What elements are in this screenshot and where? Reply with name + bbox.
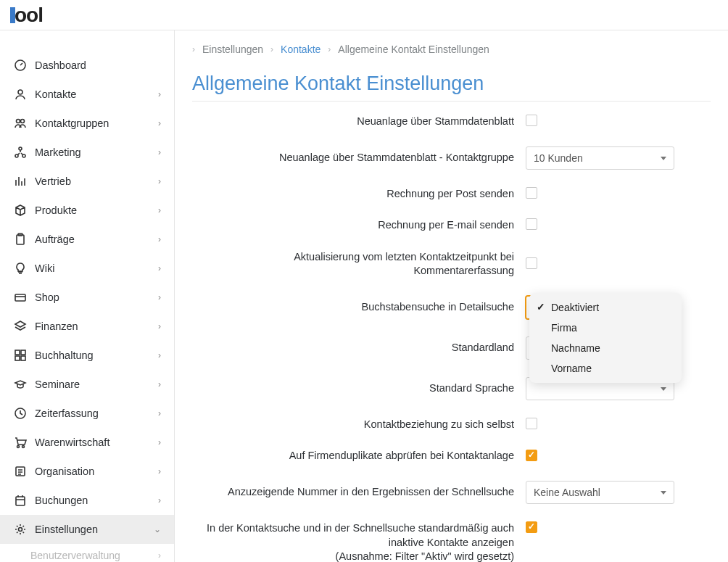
svg-rect-18 — [16, 497, 25, 505]
sidebar-subitem-benutzerverwaltung[interactable]: Benutzerverwaltung› — [0, 544, 174, 562]
sidebar-item-label: Shop — [35, 292, 158, 303]
field-label: In der Kontaktsuche und in der Schnellsu… — [192, 521, 526, 562]
list-icon — [13, 464, 28, 479]
field-label: Neuanlage über Stammdatenblatt - Kontakt… — [192, 151, 526, 165]
svg-rect-9 — [15, 294, 25, 301]
sidebar-item-label: Finanzen — [35, 321, 158, 332]
sidebar-item-dashboard[interactable]: Dashboard — [0, 51, 174, 80]
bars-icon — [13, 174, 28, 189]
select-nummer-schnellsuche[interactable]: Keine Auswahl — [526, 481, 674, 504]
network-icon — [13, 145, 28, 160]
chevron-right-icon: › — [158, 234, 161, 244]
svg-rect-11 — [21, 350, 25, 355]
chevron-right-icon: › — [158, 379, 161, 389]
sidebar-item-marketing[interactable]: Marketing› — [0, 138, 174, 167]
sidebar-item-label: Buchhaltung — [35, 350, 158, 361]
svg-rect-12 — [15, 356, 20, 360]
sidebar-item-buchungen[interactable]: Buchungen› — [0, 486, 174, 515]
layers-icon — [13, 319, 28, 334]
field-label: Standardland — [192, 341, 526, 355]
bulb-icon — [13, 261, 28, 276]
svg-rect-13 — [21, 356, 25, 360]
breadcrumb-item[interactable]: Kontakte — [281, 44, 320, 55]
dropdown-buchstabensuche: Deaktiviert Firma Nachname Vorname — [529, 293, 682, 383]
svg-point-16 — [22, 446, 25, 448]
sidebar-item-label: Seminare — [35, 379, 158, 390]
chevron-right-icon: › — [158, 147, 161, 157]
cap-icon — [13, 377, 28, 392]
cart-icon — [13, 435, 28, 450]
chevron-right-icon: › — [158, 466, 161, 476]
clock-icon — [13, 406, 28, 421]
chevron-right-icon: › — [158, 550, 161, 561]
sidebar-item-produkte[interactable]: Produkte› — [0, 196, 174, 225]
app-header: ool — [0, 0, 728, 30]
dropdown-option[interactable]: Firma — [529, 318, 682, 338]
checkbox-rechnung-post[interactable] — [526, 187, 537, 199]
field-label: Rechnung per E-mail senden — [192, 218, 526, 233]
chevron-right-icon: › — [158, 292, 161, 302]
sidebar-item-shop[interactable]: Shop› — [0, 283, 174, 312]
sidebar-item-label: Organisation — [35, 466, 158, 477]
field-label: Rechnung per Post senden — [192, 187, 526, 202]
cube-icon — [13, 203, 28, 218]
chevron-right-icon: › — [158, 350, 161, 360]
sidebar-item-label: Zeiterfassung — [35, 408, 158, 419]
breadcrumb: › Einstellungen › Kontakte › Allgemeine … — [175, 30, 728, 62]
svg-point-15 — [17, 446, 20, 448]
sidebar-subitem-label: Benutzerverwaltung — [30, 550, 120, 561]
checkbox-kontaktzeitpunkt[interactable] — [526, 257, 537, 269]
chevron-right-icon: › — [158, 176, 161, 186]
dropdown-option[interactable]: Vorname — [529, 358, 682, 379]
checkbox-inaktive-kontakte[interactable] — [526, 521, 537, 533]
chevron-right-icon: › — [192, 44, 195, 54]
select-kontaktgruppe[interactable]: 10 Kunden — [526, 146, 674, 170]
sidebar-item-vertrieb[interactable]: Vertrieb› — [0, 167, 174, 196]
sidebar-item-label: Aufträge — [35, 234, 158, 245]
sidebar-item-organisation[interactable]: Organisation› — [0, 457, 174, 486]
gear-icon — [13, 522, 28, 537]
calendar-icon — [13, 493, 28, 508]
users-icon — [13, 116, 28, 131]
field-label: Buchstabensuche in Detailsuche — [192, 300, 526, 315]
checkbox-kontaktbeziehung[interactable] — [526, 418, 537, 429]
sidebar-item-label: Produkte — [35, 204, 158, 216]
field-label: Neuanlage über Stammdatenblatt — [192, 115, 526, 129]
sidebar-item-zeiterfassung[interactable]: Zeiterfassung› — [0, 399, 174, 428]
sidebar-item-seminare[interactable]: Seminare› — [0, 370, 174, 399]
sidebar-item-kontakte[interactable]: Kontakte› — [0, 80, 174, 109]
checkbox-rechnung-email[interactable] — [526, 218, 537, 230]
user-icon — [13, 87, 28, 102]
sidebar-item-label: Warenwirtschaft — [35, 437, 158, 448]
sidebar-item-aufträge[interactable]: Aufträge› — [0, 225, 174, 254]
sidebar-item-label: Dashboard — [35, 59, 161, 71]
grid-icon — [13, 348, 28, 363]
sidebar-item-label: Kontakte — [35, 88, 158, 100]
checkbox-neuanlage-stammdaten[interactable] — [526, 115, 537, 126]
svg-point-1 — [18, 90, 22, 94]
sidebar-item-wiki[interactable]: Wiki› — [0, 254, 174, 283]
sidebar-item-einstellungen[interactable]: Einstellungen⌄ — [0, 515, 174, 544]
chevron-right-icon: › — [158, 118, 161, 128]
sidebar-item-label: Vertrieb — [35, 175, 158, 187]
sidebar-item-warenwirtschaft[interactable]: Warenwirtschaft› — [0, 428, 174, 457]
svg-rect-7 — [17, 235, 24, 244]
svg-point-2 — [17, 120, 20, 123]
breadcrumb-item[interactable]: Einstellungen — [202, 44, 263, 55]
dropdown-option[interactable]: Nachname — [529, 338, 682, 358]
sidebar-item-kontaktgruppen[interactable]: Kontaktgruppen› — [0, 109, 174, 138]
sidebar-item-label: Marketing — [35, 146, 158, 158]
chevron-right-icon: › — [328, 44, 331, 54]
logo: ool — [10, 4, 43, 27]
gauge-icon — [13, 58, 28, 73]
settings-form: Neuanlage über Stammdatenblatt Neuanlage… — [175, 112, 728, 562]
sidebar-item-finanzen[interactable]: Finanzen› — [0, 312, 174, 341]
dropdown-option[interactable]: Deaktiviert — [529, 297, 682, 318]
sidebar-item-label: Kontaktgruppen — [35, 117, 158, 129]
card-icon — [13, 290, 28, 305]
chevron-right-icon: › — [158, 89, 161, 99]
chevron-right-icon: › — [158, 408, 161, 418]
sidebar-item-buchhaltung[interactable]: Buchhaltung› — [0, 341, 174, 370]
chevron-right-icon: › — [158, 263, 161, 273]
checkbox-firmenduplikate[interactable] — [526, 450, 537, 461]
